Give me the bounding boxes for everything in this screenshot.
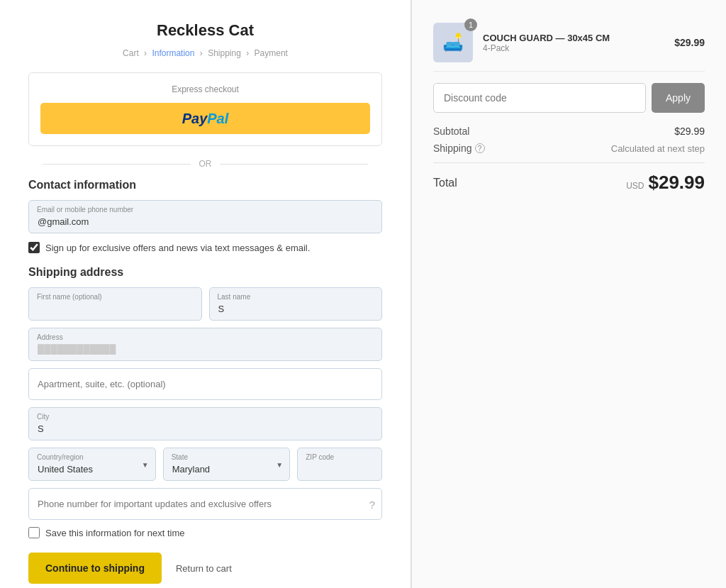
left-panel: Reckless Cat Cart › Information › Shippi… (0, 0, 411, 588)
newsletter-checkbox[interactable] (28, 242, 40, 253)
phone-input[interactable] (28, 488, 382, 520)
breadcrumb-information[interactable]: Information (152, 48, 194, 58)
product-variant: 4-Pack (483, 43, 674, 53)
discount-row: Apply (433, 83, 705, 113)
shipping-section-title: Shipping address (28, 266, 382, 279)
newsletter-label: Sign up for exclusive offers and news vi… (45, 243, 310, 253)
save-info-checkbox[interactable] (28, 527, 40, 538)
breadcrumb-sep-2: › (200, 48, 205, 58)
phone-help-icon[interactable]: ? (369, 498, 375, 510)
last-name-label: Last name (218, 293, 251, 301)
shipping-help-icon[interactable]: ? (475, 143, 485, 153)
breadcrumb: Cart › Information › Shipping › Payment (28, 48, 382, 58)
bottom-actions: Continue to shipping Return to cart (28, 553, 382, 584)
apt-input[interactable] (28, 368, 382, 400)
or-divider: OR (28, 159, 382, 169)
shipping-row: Shipping ? Calculated at next step (433, 143, 705, 154)
city-group: City (28, 407, 382, 440)
zip-label: ZIP code (306, 453, 334, 461)
name-row: First name (optional) Last name (28, 287, 382, 321)
contact-section-title: Contact information (28, 179, 382, 192)
breadcrumb-sep-3: › (246, 48, 251, 58)
return-to-cart-link[interactable]: Return to cart (176, 563, 232, 574)
state-group: State Maryland ▼ (163, 448, 291, 481)
pal-text: Pal (207, 111, 228, 126)
product-info: COUCH GUARD — 30x45 CM 4-Pack (483, 33, 674, 53)
total-value-wrapper: USD $29.99 (626, 172, 705, 194)
breadcrumb-shipping[interactable]: Shipping (208, 48, 241, 58)
pay-text: Pay (182, 111, 208, 126)
newsletter-row: Sign up for exclusive offers and news vi… (28, 242, 382, 253)
first-name-label: First name (optional) (37, 293, 102, 301)
country-group: Country/region United States ▼ (28, 448, 156, 481)
discount-code-input[interactable] (433, 83, 646, 113)
product-price: $29.99 (674, 37, 705, 48)
breadcrumb-payment[interactable]: Payment (255, 48, 288, 58)
location-row: Country/region United States ▼ State Mar… (28, 448, 382, 481)
store-title: Reckless Cat (28, 21, 382, 40)
product-row: 🛋️ 1 COUCH GUARD — 30x45 CM 4-Pack $29.9… (433, 14, 705, 72)
product-image-wrapper: 🛋️ 1 (433, 23, 473, 62)
country-select[interactable]: United States (28, 448, 156, 481)
apply-discount-button[interactable]: Apply (652, 83, 705, 113)
address-input[interactable] (28, 328, 382, 361)
shipping-label: Shipping ? (433, 143, 485, 154)
city-label: City (37, 413, 49, 421)
zip-group: ZIP code (297, 448, 382, 481)
express-checkout-section: Express checkout PayPal (28, 72, 382, 146)
total-amount: $29.99 (648, 172, 705, 194)
right-panel: 🛋️ 1 COUCH GUARD — 30x45 CM 4-Pack $29.9… (411, 0, 726, 588)
total-currency: USD (626, 181, 644, 191)
city-input[interactable] (28, 407, 382, 440)
product-name: COUCH GUARD — 30x45 CM (483, 33, 674, 43)
phone-group: ? (28, 488, 382, 520)
save-info-label: Save this information for next time (45, 528, 185, 538)
subtotal-value: $29.99 (674, 126, 705, 137)
address-group: Address (28, 328, 382, 361)
subtotal-label: Subtotal (433, 126, 469, 137)
total-divider (433, 162, 705, 163)
product-quantity-badge: 1 (464, 18, 477, 31)
last-name-group: Last name (209, 287, 383, 321)
save-info-row: Save this information for next time (28, 527, 382, 538)
address-label: Address (37, 333, 63, 341)
paypal-label: PayPal (182, 111, 229, 127)
shipping-label-text: Shipping (433, 143, 472, 154)
subtotal-row: Subtotal $29.99 (433, 126, 705, 137)
first-name-group: First name (optional) (28, 287, 202, 321)
email-input-group: Email or mobile phone number (28, 200, 382, 233)
email-label: Email or mobile phone number (37, 206, 133, 213)
shipping-value: Calculated at next step (611, 143, 705, 154)
apt-group (28, 368, 382, 400)
breadcrumb-sep-1: › (144, 48, 149, 58)
paypal-button[interactable]: PayPal (40, 103, 370, 134)
breadcrumb-cart[interactable]: Cart (123, 48, 139, 58)
total-label: Total (433, 177, 457, 189)
continue-to-shipping-button[interactable]: Continue to shipping (28, 553, 162, 584)
state-select[interactable]: Maryland (163, 448, 291, 481)
express-checkout-title: Express checkout (40, 84, 370, 94)
total-row: Total USD $29.99 (433, 172, 705, 194)
or-text: OR (199, 159, 212, 169)
